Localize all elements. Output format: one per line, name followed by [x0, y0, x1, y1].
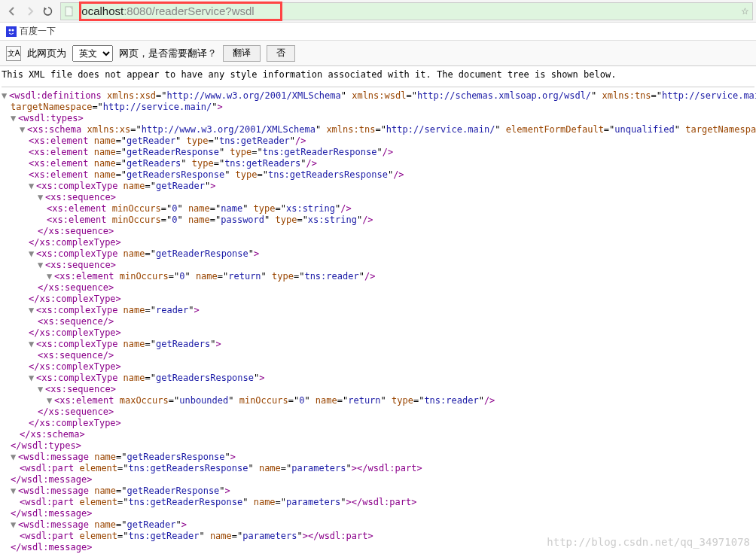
reload-button[interactable]: [39, 2, 57, 20]
xml-line: ▼<xs:schema xmlns:xs="http://www.w3.org/…: [2, 124, 754, 135]
xml-line: <xs:element name="getReadersResponse" ty…: [2, 169, 754, 181]
xml-line: ▼<xs:sequence>: [2, 192, 754, 203]
xml-content: This XML file does not appear to have an…: [0, 66, 756, 554]
xml-line: ▼<xs:complexType name="getReaders">: [2, 339, 754, 350]
svg-point-2: [9, 29, 11, 31]
xml-line: ▼<xs:complexType name="getReadersRespons…: [2, 373, 754, 384]
collapse-triangle-icon[interactable]: ▼: [29, 373, 35, 384]
collapse-triangle-icon[interactable]: ▼: [38, 260, 44, 271]
translate-prefix: 此网页为: [27, 47, 66, 60]
url-text: localhost:8080/readerService?wsdl: [79, 5, 255, 17]
collapse-triangle-icon[interactable]: ▼: [11, 113, 17, 124]
xml-line: <xs:element name="getReader" type="tns:g…: [2, 135, 754, 147]
collapse-triangle-icon[interactable]: ▼: [38, 384, 44, 395]
collapse-triangle-icon[interactable]: ▼: [11, 519, 17, 531]
xml-line: </xs:complexType>: [2, 418, 754, 429]
xml-line: </xs:sequence>: [2, 282, 754, 294]
xml-line: </wsdl:types>: [2, 440, 754, 452]
xml-line: </wsdl:message>: [2, 474, 754, 486]
collapse-triangle-icon[interactable]: ▼: [29, 181, 35, 192]
xml-line: ▼<wsdl:message name="getReader">: [2, 519, 754, 531]
collapse-triangle-icon[interactable]: ▼: [2, 90, 8, 102]
svg-point-3: [12, 29, 14, 31]
translate-lang-select[interactable]: 英文: [72, 45, 113, 62]
xml-line: <xs:element minOccurs="0" name="password…: [2, 215, 754, 226]
xml-line: </xs:sequence>: [2, 226, 754, 237]
xml-line: <xs:element name="getReaderResponse" typ…: [2, 147, 754, 158]
xml-line: ▼<xs:complexType name="getReaderResponse…: [2, 248, 754, 260]
url-bar[interactable]: localhost:8080/readerService?wsdl ☆: [60, 2, 753, 20]
bookmark-star-icon[interactable]: ☆: [741, 6, 749, 17]
watermark: http://blog.csdn.net/qq_34971078: [547, 536, 750, 548]
xml-line: ▼<xs:sequence>: [2, 260, 754, 271]
xml-line: ▼<wsdl:message name="getReadersResponse"…: [2, 452, 754, 463]
collapse-triangle-icon[interactable]: ▼: [11, 452, 17, 463]
translate-bar: 文A 此网页为 英文 网页，是否需要翻译？ 翻译 否: [0, 41, 756, 66]
xml-line: ▼<xs:sequence>: [2, 384, 754, 395]
translate-icon: 文A: [6, 46, 21, 61]
xml-line: ▼<wsdl:message name="getReaderResponse">: [2, 486, 754, 497]
translate-button[interactable]: 翻译: [223, 45, 261, 62]
translate-no-button[interactable]: 否: [267, 45, 295, 62]
collapse-triangle-icon[interactable]: ▼: [47, 395, 53, 406]
xml-line: ▼<xs:complexType name="reader">: [2, 305, 754, 316]
xml-line: <xs:sequence/>: [2, 350, 754, 361]
xml-line: </xs:sequence>: [2, 406, 754, 418]
back-button[interactable]: [3, 2, 21, 20]
xml-line: ▼<xs:element minOccurs="0" name="return"…: [2, 271, 754, 282]
xml-notice: This XML file does not appear to have an…: [2, 69, 754, 87]
xml-line: </xs:schema>: [2, 429, 754, 440]
collapse-triangle-icon[interactable]: ▼: [11, 486, 17, 497]
bookmark-item[interactable]: 百度一下: [20, 25, 56, 38]
xml-line: </wsdl:message>: [2, 508, 754, 519]
page-icon: [64, 6, 75, 17]
bookmarks-bar: 百度一下: [0, 23, 756, 41]
xml-line: ▼<xs:complexType name="getReader">: [2, 181, 754, 192]
collapse-triangle-icon[interactable]: ▼: [38, 192, 44, 203]
xml-line: <xs:element name="getReaders" type="tns:…: [2, 158, 754, 169]
xml-line: </xs:complexType>: [2, 294, 754, 305]
xml-line: <wsdl:part element="tns:getReadersRespon…: [2, 463, 754, 474]
browser-toolbar: localhost:8080/readerService?wsdl ☆: [0, 0, 756, 23]
collapse-triangle-icon[interactable]: ▼: [20, 124, 26, 135]
translate-suffix: 网页，是否需要翻译？: [119, 47, 217, 60]
collapse-triangle-icon[interactable]: ▼: [47, 271, 53, 282]
collapse-triangle-icon[interactable]: ▼: [29, 248, 35, 260]
xml-line: ▼<wsdl:definitions xmlns:xsd="http://www…: [2, 90, 754, 102]
xml-line: ▼<wsdl:types>: [2, 113, 754, 124]
collapse-triangle-icon[interactable]: ▼: [29, 339, 35, 350]
baidu-favicon: [6, 26, 17, 37]
xml-line: </xs:complexType>: [2, 237, 754, 248]
xml-line: </xs:complexType>: [2, 327, 754, 339]
collapse-triangle-icon[interactable]: ▼: [29, 305, 35, 316]
xml-line: targetNamespace="http://service.main/">: [2, 102, 754, 113]
xml-line: <wsdl:part element="tns:getReaderRespons…: [2, 497, 754, 508]
forward-button[interactable]: [21, 2, 39, 20]
xml-line: ▼<xs:element maxOccurs="unbounded" minOc…: [2, 395, 754, 406]
xml-line: <xs:sequence/>: [2, 316, 754, 327]
svg-rect-1: [6, 26, 17, 37]
xml-line: </xs:complexType>: [2, 361, 754, 373]
xml-line: <xs:element minOccurs="0" name="name" ty…: [2, 203, 754, 215]
